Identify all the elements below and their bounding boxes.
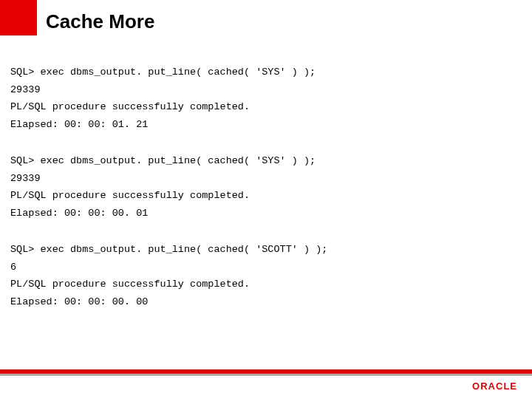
result-line: 29339 bbox=[10, 81, 522, 99]
code-block: SQL> exec dbms_output. put_line( cached(… bbox=[10, 64, 522, 133]
cmd-line: SQL> exec dbms_output. put_line( cached(… bbox=[10, 241, 522, 259]
footer-bar bbox=[0, 369, 532, 374]
result-line: 29339 bbox=[10, 170, 522, 188]
elapsed-line: Elapsed: 00: 00: 00. 01 bbox=[10, 205, 522, 222]
cmd-line: SQL> exec dbms_output. put_line( cached(… bbox=[10, 64, 522, 81]
code-block: SQL> exec dbms_output. put_line( cached(… bbox=[10, 152, 522, 222]
oracle-logo: ORACLE bbox=[472, 381, 517, 392]
elapsed-line: Elapsed: 00: 00: 01. 21 bbox=[10, 116, 522, 134]
red-accent-block bbox=[0, 0, 37, 35]
code-block: SQL> exec dbms_output. put_line( cached(… bbox=[10, 241, 522, 310]
elapsed-line: Elapsed: 00: 00: 00. 00 bbox=[10, 293, 522, 311]
status-line: PL/SQL procedure successfully completed. bbox=[10, 276, 522, 293]
result-line: 6 bbox=[10, 259, 522, 276]
code-content: SQL> exec dbms_output. put_line( cached(… bbox=[10, 64, 522, 330]
status-line: PL/SQL procedure successfully completed. bbox=[10, 187, 522, 205]
cmd-line: SQL> exec dbms_output. put_line( cached(… bbox=[10, 152, 522, 170]
slide-title: Cache More bbox=[46, 10, 154, 33]
status-line: PL/SQL procedure successfully completed. bbox=[10, 98, 522, 116]
